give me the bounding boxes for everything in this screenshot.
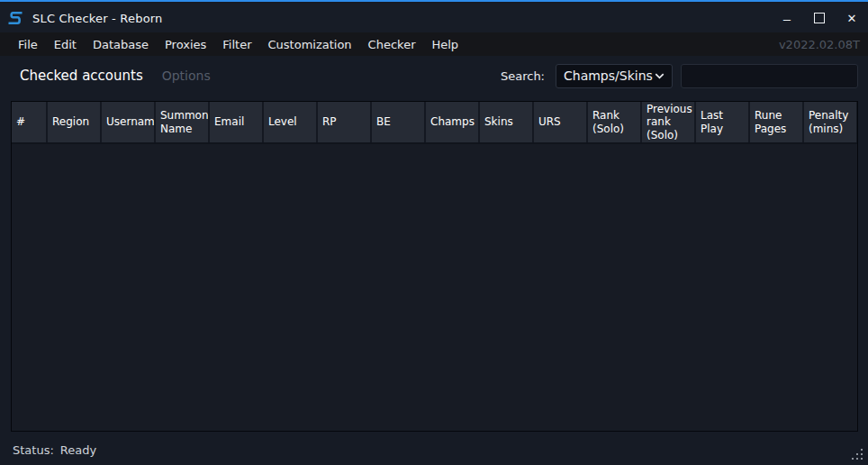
tab-strip: Checked accountsOptions <box>20 68 211 84</box>
menu-item-file[interactable]: File <box>10 32 46 56</box>
column-header-email[interactable]: Email <box>210 102 264 142</box>
close-button[interactable]: ✕ <box>836 4 868 32</box>
menu-item-proxies[interactable]: Proxies <box>157 32 214 56</box>
search-area: Search: Champs/Skins <box>501 64 858 88</box>
toolbar: Checked accountsOptions Search: Champs/S… <box>0 61 868 90</box>
search-label: Search: <box>501 69 545 83</box>
menu-item-edit[interactable]: Edit <box>46 32 85 56</box>
content-area: Checked accountsOptions Search: Champs/S… <box>0 56 868 465</box>
menu-items: FileEditDatabaseProxiesFilterCustomizati… <box>10 32 466 56</box>
column-header-skins[interactable]: Skins <box>480 102 534 142</box>
column-header-champs[interactable]: Champs <box>426 102 480 142</box>
column-header-region[interactable]: Region <box>48 102 102 142</box>
column-header-be[interactable]: BE <box>372 102 426 142</box>
column-header-previous-rank-solo[interactable]: Previous rank (Solo) <box>642 102 696 142</box>
status-bar: Status: Ready <box>13 443 96 457</box>
status-label: Status: <box>13 443 54 457</box>
column-header-[interactable]: # <box>12 102 48 142</box>
column-header-rune-pages[interactable]: Rune Pages <box>750 102 804 142</box>
search-input[interactable] <box>681 64 858 88</box>
menu-item-customization[interactable]: Customization <box>260 32 360 56</box>
menu-item-database[interactable]: Database <box>85 32 157 56</box>
search-mode-select[interactable]: Champs/Skins <box>556 64 673 88</box>
column-header-rank-solo[interactable]: Rank (Solo) <box>588 102 642 142</box>
search-mode-value: Champs/Skins <box>564 68 655 83</box>
column-header-rp[interactable]: RP <box>318 102 372 142</box>
close-icon: ✕ <box>847 12 857 25</box>
minimize-button[interactable]: ─ <box>771 4 803 32</box>
version-label: v2022.02.08T <box>779 38 860 51</box>
maximize-button[interactable] <box>803 4 836 32</box>
menu-item-checker[interactable]: Checker <box>360 32 424 56</box>
tab-checked-accounts[interactable]: Checked accounts <box>20 68 143 84</box>
column-header-last-play[interactable]: Last Play <box>696 102 750 142</box>
column-header-summoner-name[interactable]: Summoner Name <box>156 102 210 142</box>
maximize-icon <box>814 13 825 23</box>
table-header-row: #RegionUsernameSummoner NameEmailLevelRP… <box>12 102 857 144</box>
menu-item-filter[interactable]: Filter <box>214 32 259 56</box>
window-title: SLC Checker - Reborn <box>32 12 163 25</box>
chevron-down-icon <box>655 73 665 79</box>
app-window: SLC Checker - Reborn ─ ✕ FileEditDatabas… <box>0 0 868 465</box>
window-controls: ─ ✕ <box>771 4 868 32</box>
app-logo-icon <box>6 9 24 27</box>
title-bar[interactable]: SLC Checker - Reborn ─ ✕ <box>0 4 868 32</box>
menu-bar: FileEditDatabaseProxiesFilterCustomizati… <box>0 32 868 56</box>
column-header-username[interactable]: Username <box>102 102 156 142</box>
status-value: Ready <box>60 443 96 457</box>
tab-options[interactable]: Options <box>162 68 211 83</box>
resize-grip-icon[interactable] <box>852 449 863 460</box>
table-body[interactable] <box>12 144 857 431</box>
menu-item-help[interactable]: Help <box>423 32 466 56</box>
accounts-table: #RegionUsernameSummoner NameEmailLevelRP… <box>11 101 858 432</box>
minimize-icon: ─ <box>783 14 791 27</box>
column-header-level[interactable]: Level <box>264 102 318 142</box>
column-header-urs[interactable]: URS <box>534 102 588 142</box>
column-header-penalty-mins[interactable]: Penalty (mins) <box>804 102 857 142</box>
